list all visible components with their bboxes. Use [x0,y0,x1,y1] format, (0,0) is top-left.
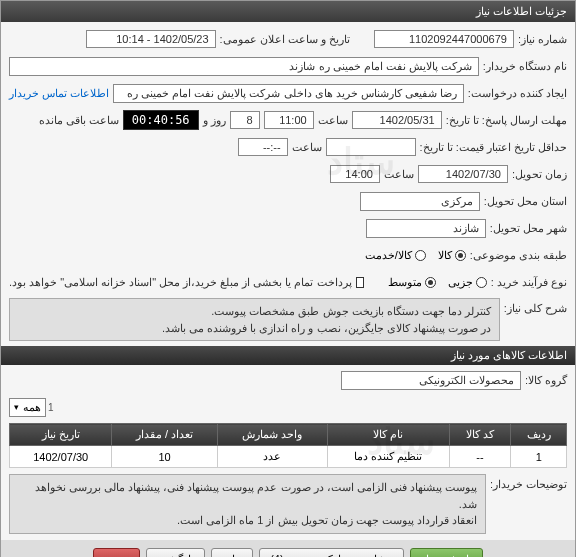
items-table: ردیف کد کالا نام کالا واحد شمارش تعداد /… [9,423,567,468]
attachments-label: مشاهده مدارک پیوستی (4) [270,553,393,558]
medium-radio-label: متوسط [388,276,422,289]
validity-date-value [326,138,416,156]
cell-qty: 10 [112,446,217,468]
cell-code: -- [449,446,511,468]
exit-button[interactable]: خروج [93,548,140,558]
partial-radio-label: جزیی [448,276,473,289]
goods-radio-label: کالا [438,249,452,262]
category-label: طبقه بندی موضوعی: [470,249,567,262]
radio-icon [455,250,466,261]
exit-label: خروج [104,553,129,558]
city-label: شهر محل تحویل: [490,222,567,235]
deadline-label: مهلت ارسال پاسخ: تا تاریخ: [446,114,567,127]
hour-label-3: ساعت [384,168,414,181]
table-row[interactable]: 1 -- تنظیم کننده دما عدد 10 1402/07/30 [10,446,567,468]
days-label: روز و [203,114,226,127]
treasury-checkbox[interactable] [356,277,365,288]
buyer-notes-label: توضیحات خریدار: [490,474,567,491]
creator-value: رضا شفیعی کارشناس خرید های داخلی شرکت پا… [113,84,464,103]
service-radio[interactable]: کالا/خدمت [365,249,426,262]
req-desc-box: کنترلر دما جهت دستگاه بازیخت جوش طبق مشخ… [9,298,500,341]
delivery-date-label: زمان تحویل: [512,168,567,181]
req-desc-label: شرح کلی نیاز: [504,298,567,315]
announce-date-label: تاریخ و ساعت اعلان عمومی: [220,33,350,46]
cell-date: 1402/07/30 [10,446,112,468]
province-value: مرکزی [360,192,480,211]
city-value: شازند [366,219,486,238]
notes-line-1: پیوست پیشنهاد فنی الزامی است، در صورت عد… [18,479,477,512]
creator-label: ایجاد کننده درخواست: [468,87,567,100]
desc-line-1: کنترلر دما جهت دستگاه بازیخت جوش طبق مشخ… [18,303,491,320]
purchase-type-label: نوع فرآیند خرید : [491,276,567,289]
category-radio-group: کالا کالا/خدمت [365,249,466,262]
col-date: تاریخ نیاز [10,424,112,446]
scroll-count: 1 [48,402,54,413]
col-idx: ردیف [511,424,567,446]
radio-icon [425,277,436,288]
col-unit: واحد شمارش [217,424,327,446]
validity-time-value: --:-- [238,138,288,156]
buyer-org-value: شرکت پالایش نفت امام خمینی ره شازند [9,57,479,76]
req-no-label: شماره نیاز: [518,33,567,46]
print-button[interactable]: چاپ [211,548,253,558]
partial-radio[interactable]: جزیی [448,276,487,289]
col-qty: تعداد / مقدار [112,424,217,446]
announce-date-value: 1402/05/23 - 10:14 [86,30,216,48]
desc-line-2: در صورت پیشنهاد کالای جایگزین، نصب و راه… [18,320,491,337]
service-radio-label: کالا/خدمت [365,249,412,262]
contact-info-link[interactable]: اطلاعات تماس خریدار [9,87,109,100]
attachments-button[interactable]: مشاهده مدارک پیوستی (4) [259,548,404,558]
purchase-type-radio-group: جزیی متوسط [388,276,487,289]
delivery-time-value: 14:00 [330,165,380,183]
deadline-date-value: 1402/05/31 [352,111,442,129]
cell-unit: عدد [217,446,327,468]
goods-radio[interactable]: کالا [438,249,466,262]
buyer-org-label: نام دستگاه خریدار: [483,60,567,73]
payment-note: پرداخت تمام یا بخشی از مبلغ خرید،از محل … [9,276,352,289]
days-left-value: 8 [230,111,260,129]
remaining-label: ساعت باقی مانده [39,114,119,127]
province-label: استان محل تحویل: [484,195,567,208]
cell-name: تنظیم کننده دما [327,446,449,468]
print-label: چاپ [222,553,242,558]
goods-section-header: اطلاعات کالاهای مورد نیاز [1,346,575,365]
page-dropdown[interactable]: همه [9,398,46,417]
window-titlebar: جزئیات اطلاعات نیاز [1,1,575,22]
validity-label: حداقل تاریخ اعتبار قیمت: تا تاریخ: [420,141,567,154]
buyer-notes-box: پیوست پیشنهاد فنی الزامی است، در صورت عد… [9,474,486,534]
back-button[interactable]: بازگشت [146,548,205,558]
req-no-value: 1102092447000679 [374,30,514,48]
delivery-date-value: 1402/07/30 [418,165,508,183]
back-label: بازگشت [157,553,194,558]
button-bar: پاسخ به نیاز مشاهده مدارک پیوستی (4) چاپ… [1,540,575,558]
respond-label: پاسخ به نیاز [421,553,472,558]
countdown-timer: 00:40:56 [123,110,199,130]
col-name: نام کالا [327,424,449,446]
col-code: کد کالا [449,424,511,446]
goods-group-label: گروه کالا: [525,374,567,387]
hour-label-2: ساعت [292,141,322,154]
radio-icon [476,277,487,288]
radio-icon [415,250,426,261]
respond-button[interactable]: پاسخ به نیاز [410,548,483,558]
cell-idx: 1 [511,446,567,468]
medium-radio[interactable]: متوسط [388,276,436,289]
notes-line-2: انعقاد قرارداد پیوست جهت زمان تحویل بیش … [18,512,477,529]
hour-label-1: ساعت [318,114,348,127]
goods-group-value: محصولات الکترونیکی [341,371,521,390]
deadline-time-value: 11:00 [264,111,314,129]
